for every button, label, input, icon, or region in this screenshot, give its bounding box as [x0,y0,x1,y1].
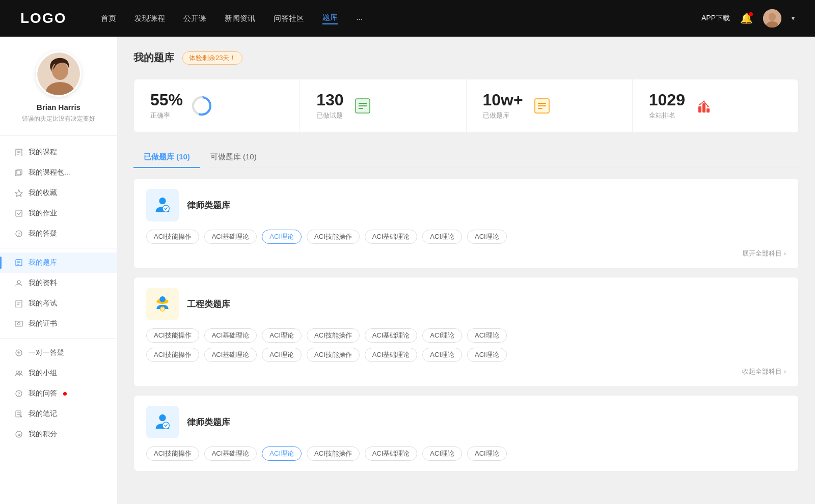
bank-tag[interactable]: ACI基础理论 [204,230,257,244]
notes-icon [14,409,23,418]
sidebar-item-certificate[interactable]: 我的证书 [0,314,117,334]
bank-tag[interactable]: ACI技能操作 [146,328,199,343]
notification-dot [749,12,753,16]
bank-tag[interactable]: ACI技能操作 [146,446,199,461]
sidebar-item-profile[interactable]: 我的资料 [0,273,117,293]
sidebar-item-notes[interactable]: 我的笔记 [0,404,117,424]
sidebar-item-homework[interactable]: 我的作业 [0,203,117,223]
svg-point-22 [17,281,20,284]
nav-home[interactable]: 首页 [101,14,116,23]
exam-icon [14,299,23,308]
stat-ranking-value: 1029 [649,92,685,108]
sidebar-label-favorites: 我的收藏 [29,188,57,198]
sidebar-item-points[interactable]: ★ 我的积分 [0,424,117,444]
bank-tag[interactable]: ACI基础理论 [365,230,418,244]
stat-done-icon [352,95,373,117]
tab-done-banks[interactable]: 已做题库 (10) [133,147,200,168]
stat-ranking: 1029 全站排名 [633,79,798,132]
profile-avatar [36,51,82,97]
points-icon: ★ [14,430,23,439]
bank-tag[interactable]: ACI基础理论 [365,328,418,343]
user-avatar[interactable] [763,9,781,27]
bank-tag[interactable]: ACI基础理论 [204,446,257,461]
homework-icon [14,209,23,218]
bank-tag-active[interactable]: ACI理论 [262,230,302,244]
stat-ranking-label: 全站排名 [649,111,685,120]
nav-more[interactable]: ··· [356,14,363,23]
svg-point-57 [703,101,704,102]
svg-text:★: ★ [17,433,21,437]
sidebar-label-coursepack: 我的课程包... [29,168,70,177]
bank-tag[interactable]: ACI理论 [262,348,302,362]
bank-tag[interactable]: ACI基础理论 [204,328,257,343]
questionbank-icon [14,258,23,267]
nav-qa[interactable]: 问答社区 [274,14,304,23]
collapse-link-engineer[interactable]: 收起全部科目 › [742,367,786,376]
sidebar-label-myqa: 我的问答 [29,389,57,398]
bank-tag[interactable]: ACI基础理论 [365,446,418,461]
bank-tags-lawyer-2: ACI技能操作 ACI基础理论 ACI理论 ACI技能操作 ACI基础理论 AC… [146,446,786,461]
stats-row: 55% 正确率 130 已做试题 [133,79,799,133]
svg-rect-13 [16,210,22,216]
bank-tag[interactable]: ACI理论 [467,230,507,244]
svg-point-1 [769,13,776,21]
bank-name-lawyer-1: 律师类题库 [187,200,230,211]
bank-tag[interactable]: ACI技能操作 [146,230,199,244]
profile-icon [14,278,23,288]
bank-card-lawyer-1: 律师类题库 ACI技能操作 ACI基础理论 ACI理论 ACI技能操作 ACI基… [133,178,799,269]
svg-rect-53 [698,106,701,113]
nav-questionbank[interactable]: 题库 [322,13,338,24]
app-download-button[interactable]: APP下载 [701,14,730,23]
bank-card-engineer: 工程类题库 ACI技能操作 ACI基础理论 ACI理论 ACI技能操作 ACI基… [133,277,799,387]
bank-tag[interactable]: ACI技能操作 [307,230,360,244]
sidebar-item-favorites[interactable]: 我的收藏 [0,183,117,203]
sidebar-item-group[interactable]: 我的小组 [0,363,117,383]
bank-tags-engineer-row1: ACI技能操作 ACI基础理论 ACI理论 ACI技能操作 ACI基础理论 AC… [146,328,786,343]
svg-point-62 [159,296,166,302]
favorites-icon [14,188,23,198]
sidebar-item-questions[interactable]: ? 我的答疑 [0,223,117,244]
nav-right: APP下载 🔔 ▾ [701,9,795,27]
user-dropdown-arrow[interactable]: ▾ [792,15,795,22]
bank-tag[interactable]: ACI理论 [422,328,462,343]
bank-icon-lawyer-2 [146,406,179,438]
sidebar-profile: Brian Harris 错误的决定比没有决定要好 [0,51,117,136]
svg-rect-26 [15,321,22,326]
stat-banks-label: 已做题库 [483,111,523,120]
bank-tag[interactable]: ACI理论 [422,230,462,244]
bank-tag[interactable]: ACI理论 [422,446,462,461]
svg-line-15 [19,212,21,215]
bank-tag[interactable]: ACI基础理论 [204,348,257,362]
sidebar-label-questions: 我的答疑 [29,229,57,238]
sidebar-item-questionbank[interactable]: 我的题库 [0,253,117,273]
nav-opencourse[interactable]: 公开课 [183,14,206,23]
bank-tag[interactable]: ACI技能操作 [146,348,199,362]
expand-link-lawyer-1[interactable]: 展开全部科目 › [742,249,786,258]
sidebar-item-exam[interactable]: 我的考试 [0,293,117,314]
nav-discover[interactable]: 发现课程 [134,14,165,23]
coursepack-icon [14,168,23,177]
sidebar-item-coursepack[interactable]: 我的课程包... [0,162,117,183]
bank-tag[interactable]: ACI理论 [467,328,507,343]
bank-tag[interactable]: ACI技能操作 [307,348,360,362]
nav-news[interactable]: 新闻资讯 [225,14,255,23]
tab-todo-banks[interactable]: 可做题库 (10) [200,147,267,168]
bank-tag[interactable]: ACI理论 [467,348,507,362]
bank-tag-active[interactable]: ACI理论 [262,446,302,461]
bank-tag[interactable]: ACI技能操作 [307,446,360,461]
svg-point-27 [18,323,20,325]
group-icon [14,369,23,378]
svg-point-56 [699,104,700,105]
user-motto: 错误的决定比没有决定要好 [10,115,107,123]
sidebar-item-tutor[interactable]: 一对一答疑 [0,343,117,363]
bank-tag[interactable]: ACI理论 [422,348,462,362]
bank-tags-engineer-row2: ACI技能操作 ACI基础理论 ACI理论 ACI技能操作 ACI基础理论 AC… [146,348,786,362]
sidebar-item-myqa[interactable]: ? 我的问答 [0,383,117,404]
sidebar-item-mycourse[interactable]: 我的课程 [0,142,117,162]
bank-tag[interactable]: ACI技能操作 [307,328,360,343]
bank-tag[interactable]: ACI理论 [262,328,302,343]
sidebar-label-tutor: 一对一答疑 [29,348,64,357]
bank-tag[interactable]: ACI基础理论 [365,348,418,362]
notification-bell[interactable]: 🔔 [740,12,753,24]
bank-tag[interactable]: ACI理论 [467,446,507,461]
